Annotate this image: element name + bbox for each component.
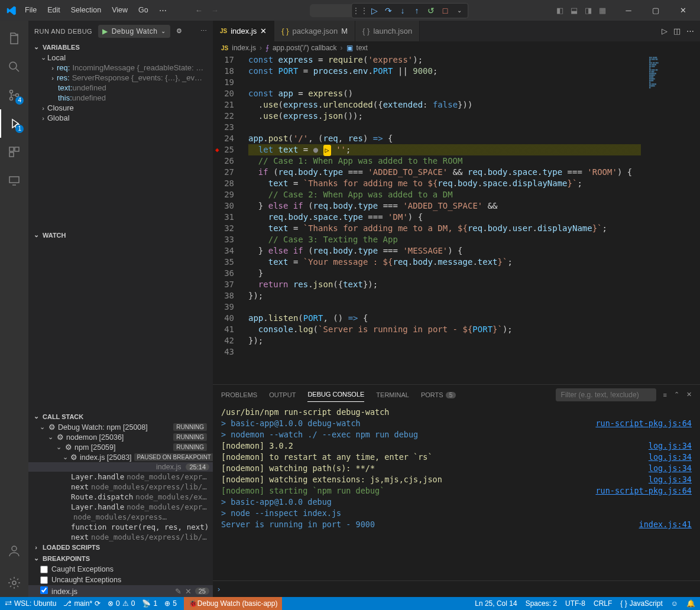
section-callstack-header[interactable]: ⌄CALL STACK [28, 411, 213, 422]
stack-frame[interactable]: Route.dispatch node_modules/exp… [28, 492, 213, 502]
status-language[interactable]: { } JavaScript [620, 599, 662, 608]
breadcrumb[interactable]: JSindex.js ›⨍app.post('/') callback ›▣te… [213, 41, 700, 54]
close-icon[interactable]: ✕ [260, 27, 267, 35]
status-radio[interactable]: 📡 1 [142, 599, 157, 608]
status-branch[interactable]: ⎇ main*⟳ [63, 599, 101, 608]
debug-config-dropdown[interactable]: ▶ Debug Watch ⌄ [98, 25, 170, 38]
activity-extensions-icon[interactable] [0, 138, 28, 166]
status-cursor[interactable]: Ln 25, Col 14 [475, 599, 517, 608]
debug-console-output[interactable]: /usr/bin/npm run-script debug-watchrun-s… [213, 404, 700, 580]
stack-index[interactable]: ⌄⚙ index.js [25083]PAUSED ON BREAKPOINT [28, 452, 213, 462]
run-tab-icon[interactable]: ▷ [662, 27, 667, 35]
stop-button[interactable]: □ [439, 5, 451, 17]
window-maximize-button[interactable]: ▢ [642, 0, 669, 21]
var-text[interactable]: text: undefined [28, 83, 213, 93]
activity-account-icon[interactable] [0, 537, 28, 565]
tab-more-icon[interactable]: ⋯ [686, 27, 694, 35]
menu-go[interactable]: Go [134, 4, 153, 17]
minimap[interactable]: ████ █████████ ████ █████████ ███ ████ █… [647, 54, 700, 173]
bp-uncaught[interactable]: Uncaught Exceptions [28, 575, 213, 585]
panel-maximize-icon[interactable]: ⌃ [674, 391, 679, 398]
scope-closure[interactable]: ›Closure [28, 103, 213, 113]
stack-npm[interactable]: ⌄⚙ npm [25059]RUNNING [28, 442, 213, 452]
nav-forward-icon[interactable]: → [211, 6, 219, 15]
console-settings-icon[interactable]: ≡ [663, 391, 667, 398]
split-editor-icon[interactable]: ◫ [673, 27, 680, 35]
status-ports[interactable]: ⊕ 5 [164, 599, 177, 608]
code-editor[interactable]: 1718192021222324◆25262728293031323334353… [213, 54, 700, 384]
activity-search-icon[interactable] [0, 53, 28, 81]
more-icon[interactable]: ⋯ [200, 27, 208, 35]
edit-icon[interactable]: ✎ [175, 587, 182, 596]
menu-edit[interactable]: Edit [43, 4, 65, 17]
remove-icon[interactable]: ✕ [185, 587, 192, 596]
stack-root[interactable]: ⌄⚙ Debug Watch: npm [25008]RUNNING [28, 422, 213, 432]
stack-frame[interactable]: next node_modules/express/lib/rout… [28, 532, 213, 542]
status-spaces[interactable]: Spaces: 2 [526, 599, 557, 608]
panel-tab-debug-console[interactable]: DEBUG CONSOLE [307, 387, 364, 402]
menu-file[interactable]: File [20, 4, 41, 17]
tab-launch-json[interactable]: { }launch.json [355, 21, 420, 41]
bp-file-row[interactable]: index.js ✎✕25 [28, 585, 213, 597]
activity-debug-icon[interactable]: 1 [0, 109, 28, 138]
stack-frame[interactable]: function router(req, res, next) {.pr [28, 522, 213, 532]
status-feedback-icon[interactable]: ☺ [671, 599, 678, 608]
restart-button[interactable]: ↺ [425, 5, 437, 17]
window-minimize-button[interactable]: ─ [615, 0, 642, 21]
bp-file-checkbox[interactable] [40, 586, 48, 594]
bp-uncaught-checkbox[interactable] [40, 576, 48, 584]
debug-toolbar-chevron-icon[interactable]: ⌄ [453, 5, 465, 17]
menu-overflow-icon[interactable]: ⋯ [154, 4, 171, 17]
activity-remote-icon[interactable] [0, 166, 28, 194]
stack-frame[interactable]: next node_modules/express/lib/rout… [28, 482, 213, 492]
bp-caught[interactable]: Caught Exceptions [28, 564, 213, 575]
toggle-panel-bottom-icon[interactable]: ⬓ [569, 5, 579, 16]
debug-console-repl[interactable]: › [213, 580, 700, 597]
var-req[interactable]: ›req: IncomingMessage {_readableState: … [28, 63, 213, 73]
panel-tab-ports[interactable]: PORTS5 [421, 388, 456, 402]
activity-explorer-icon[interactable] [0, 24, 28, 53]
stack-frame[interactable]: node_modules/express… [28, 512, 213, 522]
section-loaded-header[interactable]: ›LOADED SCRIPTS [28, 542, 213, 553]
stack-nodemon[interactable]: ⌄⚙ nodemon [25036]RUNNING [28, 432, 213, 442]
section-breakpoints-header[interactable]: ⌄BREAKPOINTS [28, 553, 213, 564]
continue-button[interactable]: ▷ [368, 5, 380, 17]
step-out-button[interactable]: ↑ [411, 5, 423, 17]
stack-frame[interactable]: Layer.handle node_modules/expres… [28, 472, 213, 482]
panel-tab-output[interactable]: OUTPUT [269, 388, 296, 402]
window-close-button[interactable]: ✕ [669, 0, 696, 21]
toggle-panel-right-icon[interactable]: ◨ [583, 5, 594, 16]
bp-caught-checkbox[interactable] [40, 566, 48, 573]
activity-settings-icon[interactable] [0, 569, 28, 597]
step-over-button[interactable]: ↷ [383, 5, 394, 17]
menu-view[interactable]: View [107, 4, 132, 17]
status-debug-session[interactable]: 🐞 Debug Watch (basic-app) [184, 597, 283, 610]
scope-local[interactable]: ⌄Local [28, 53, 213, 63]
customize-layout-icon[interactable]: ▦ [597, 5, 608, 16]
gear-icon[interactable]: ⚙ [176, 27, 183, 35]
menu-selection[interactable]: Selection [66, 4, 106, 17]
panel-tab-problems[interactable]: PROBLEMS [221, 388, 257, 402]
stack-frame[interactable]: Layer.handle node_modules/expres… [28, 502, 213, 512]
scope-global[interactable]: ›Global [28, 113, 213, 123]
stack-frame[interactable]: index.js25:14 [28, 462, 213, 472]
status-remote[interactable]: ⮂ WSL: Ubuntu [5, 599, 56, 608]
nav-back-icon[interactable]: ← [195, 6, 203, 15]
var-res[interactable]: ›res: ServerResponse {_events: {…}, _ev… [28, 73, 213, 83]
tab-index-js[interactable]: JSindex.js✕ [213, 21, 274, 41]
drag-handle-icon[interactable]: ⋮⋮ [354, 5, 366, 17]
status-eol[interactable]: CRLF [594, 599, 612, 608]
panel-close-icon[interactable]: ✕ [686, 391, 692, 398]
var-this[interactable]: this: undefined [28, 93, 213, 103]
panel-tab-terminal[interactable]: TERMINAL [376, 388, 409, 402]
activity-scm-icon[interactable]: 4 [0, 81, 28, 109]
step-into-button[interactable]: ↓ [397, 5, 409, 17]
section-variables-header[interactable]: ⌄VARIABLES [28, 41, 213, 53]
status-encoding[interactable]: UTF-8 [565, 599, 585, 608]
tab-package-json[interactable]: { }package.jsonM [274, 21, 355, 41]
section-watch-header[interactable]: ⌄WATCH [28, 229, 213, 241]
status-bell-icon[interactable]: 🔔 [686, 599, 695, 608]
status-problems[interactable]: ⊗ 0 ⚠ 0 [108, 599, 135, 608]
console-filter-input[interactable] [556, 388, 656, 401]
toggle-panel-left-icon[interactable]: ◧ [555, 5, 565, 16]
